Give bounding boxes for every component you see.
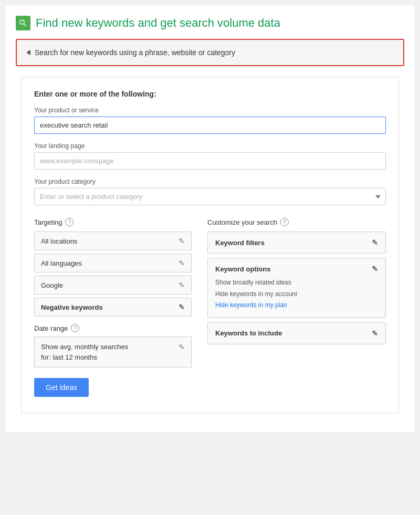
right-column: Customize your search ? Keyword filters … (207, 218, 386, 367)
category-label: Your product category (34, 178, 386, 185)
date-range-help-icon[interactable]: ? (71, 324, 79, 332)
targeting-btn-negative-keywords[interactable]: Negative keywords ✎ (34, 298, 192, 317)
customize-help-icon[interactable]: ? (280, 218, 289, 226)
pencil-icon-google: ✎ (178, 281, 185, 289)
category-wrapper: Enter or select a product category (34, 188, 386, 205)
form-area: Enter one or more of the following: Your… (21, 77, 399, 413)
keyword-filters-title: Keyword filters (215, 239, 265, 247)
pencil-icon-keyword-filters: ✎ (372, 238, 378, 247)
targeting-btn-all-locations[interactable]: All locations ✎ (34, 232, 192, 250)
targeting-help-icon[interactable]: ? (65, 218, 74, 226)
targeting-label-row: Targeting ? (34, 218, 192, 226)
customize-label: Customize your search (207, 218, 277, 226)
keywords-to-include-box[interactable]: Keywords to include ✎ (207, 322, 386, 344)
targeting-negative-keywords-text: Negative keywords (41, 303, 103, 311)
page-title: Find new keywords and get search volume … (36, 16, 280, 30)
product-input[interactable]: executive search retail (34, 117, 386, 134)
keyword-filters-header: Keyword filters ✎ (215, 238, 378, 247)
keyword-option-item-0: Show broadly related ideas (215, 277, 378, 289)
date-range-text: Show avg. monthly searches for: last 12 … (41, 342, 128, 362)
keyword-option-item-1: Hide keywords in my account (215, 289, 378, 300)
landing-label: Your landing page (34, 142, 386, 150)
collapse-icon (26, 50, 30, 55)
landing-input[interactable] (34, 152, 386, 170)
date-range-label: Date range (34, 324, 68, 332)
customize-label-row: Customize your search ? (207, 218, 386, 226)
section-header-text: Search for new keywords using a phrase, … (35, 48, 235, 57)
pencil-icon-keyword-options: ✎ (372, 265, 378, 273)
product-label: Your product or service (34, 107, 386, 114)
pencil-icon-date: ✎ (178, 342, 185, 353)
targeting-label: Targeting (34, 218, 62, 226)
category-select[interactable]: Enter or select a product category (34, 188, 386, 205)
keyword-option-item-2[interactable]: Hide keywords in my plan (215, 300, 378, 311)
pencil-icon-negative: ✎ (178, 303, 185, 311)
two-col-section: Targeting ? All locations ✎ All language… (34, 218, 386, 367)
targeting-google-text: Google (41, 281, 63, 289)
form-intro: Enter one or more of the following: (34, 90, 386, 98)
pencil-icon-locations: ✎ (178, 237, 185, 245)
keywords-to-include-title: Keywords to include (215, 329, 282, 337)
pencil-icon-keywords-include: ✎ (372, 329, 378, 338)
hide-keywords-link[interactable]: Hide keywords in my plan (215, 301, 287, 309)
targeting-btn-google[interactable]: Google ✎ (34, 276, 192, 295)
get-ideas-button[interactable]: Get ideas (34, 378, 89, 397)
left-column: Targeting ? All locations ✎ All language… (34, 218, 192, 367)
date-range-btn[interactable]: Show avg. monthly searches for: last 12 … (34, 337, 192, 367)
targeting-all-languages-text: All languages (41, 259, 82, 267)
section-header[interactable]: Search for new keywords using a phrase, … (17, 40, 403, 65)
date-range-label-row: Date range ? (34, 324, 192, 332)
keyword-options-title: Keyword options (215, 265, 270, 273)
keywords-to-include-header: Keywords to include ✎ (215, 329, 378, 338)
pencil-icon-languages: ✎ (178, 259, 185, 267)
google-search-icon (16, 16, 30, 30)
keyword-options-body: Show broadly related ideas Hide keywords… (215, 277, 378, 311)
targeting-all-locations-text: All locations (41, 237, 77, 245)
keyword-options-box: Keyword options ✎ Show broadly related i… (207, 258, 386, 318)
search-section-box: Search for new keywords using a phrase, … (16, 39, 404, 66)
targeting-btn-all-languages[interactable]: All languages ✎ (34, 254, 192, 272)
keyword-options-header[interactable]: Keyword options ✎ (215, 265, 378, 273)
keyword-filters-box[interactable]: Keyword filters ✎ (207, 232, 386, 254)
